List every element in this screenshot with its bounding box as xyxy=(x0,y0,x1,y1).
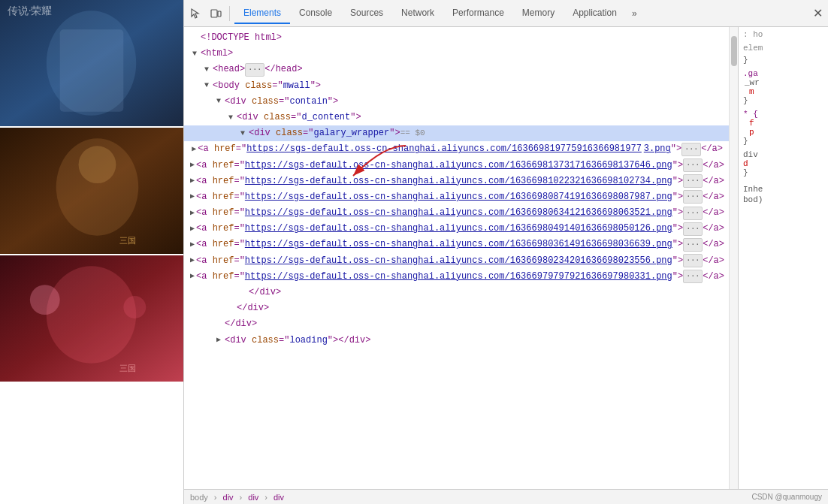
preview-image-2: 三国 xyxy=(0,128,183,255)
styles-filter: : ho xyxy=(743,30,823,39)
dom-line-a1: <a href="https://sgs-default.oss-cn-shan… xyxy=(184,141,729,157)
svg-rect-14 xyxy=(218,11,221,17)
triangle-a2[interactable] xyxy=(190,161,195,170)
preview-image-3: 三国 xyxy=(0,255,183,383)
a1-quote: "> xyxy=(671,142,681,156)
triangle-html[interactable] xyxy=(190,50,199,59)
a2-quote: "> xyxy=(672,158,683,173)
a3-close: </a> xyxy=(703,174,724,189)
elements-panel[interactable]: <!DOCTYPE html> <html> <head> ··· </head… xyxy=(184,27,729,489)
svg-point-9 xyxy=(47,266,137,363)
a8-ellipsis[interactable]: ··· xyxy=(683,254,703,267)
svg-text:三国: 三国 xyxy=(119,236,136,245)
triangle-dcontent[interactable] xyxy=(226,113,235,122)
a1-ellipsis[interactable]: ··· xyxy=(681,143,701,156)
contain-close-tag: </div> xyxy=(225,317,257,331)
a5-quote: "> xyxy=(672,206,683,220)
styles-section-galary: .ga _wr m } xyxy=(743,69,823,105)
dom-line-doctype: <!DOCTYPE html> xyxy=(184,30,729,46)
a6-href-cont: 26.png xyxy=(640,222,672,236)
a1-close: </a> xyxy=(701,142,723,156)
triangle-head[interactable] xyxy=(202,65,211,74)
device-icon[interactable] xyxy=(207,5,225,23)
tab-network[interactable]: Network xyxy=(392,3,443,24)
a8-tag: <a href="https://sgs-default.oss-cn-shan… xyxy=(196,254,640,268)
scroll-thumb[interactable] xyxy=(731,36,737,66)
a9-quote: "> xyxy=(672,270,683,284)
a5-close: </a> xyxy=(703,206,724,220)
a5-href-cont: 21.png xyxy=(640,206,672,220)
game-art-1: 传说·荣耀 xyxy=(0,0,183,126)
dom-line-galary[interactable]: <div class="galary_wrapper"> == $0 xyxy=(184,125,729,141)
game-art-3: 三国 xyxy=(0,255,183,382)
dom-line-html: <html> xyxy=(184,46,729,62)
tab-sources[interactable]: Sources xyxy=(341,3,392,24)
game-art-2: 三国 xyxy=(0,128,183,254)
triangle-loading[interactable] xyxy=(214,336,223,345)
cursor-icon[interactable] xyxy=(187,5,205,23)
a9-close: </a> xyxy=(703,270,724,284)
tab-application[interactable]: Application xyxy=(564,3,626,24)
tab-console[interactable]: Console xyxy=(290,3,341,24)
triangle-a9[interactable] xyxy=(190,272,195,281)
breadcrumb-sep1: › xyxy=(214,493,217,502)
svg-rect-13 xyxy=(211,10,217,17)
triangle-a1[interactable] xyxy=(192,145,196,154)
tab-performance[interactable]: Performance xyxy=(443,3,513,24)
a7-tag: <a href="https://sgs-default.oss-cn-shan… xyxy=(196,237,640,252)
galary-close: } xyxy=(743,96,823,105)
head-tag: <head> xyxy=(213,62,245,77)
dom-line-dcontent: <div class="d_content"> xyxy=(184,110,729,125)
triangle-body[interactable] xyxy=(202,81,211,90)
a8-close: </a> xyxy=(703,254,724,268)
close-devtools-button[interactable]: ✕ xyxy=(810,6,825,21)
triangle-a4[interactable] xyxy=(190,192,195,201)
a6-tag: <a href="https://sgs-default.oss-cn-shan… xyxy=(196,222,640,236)
html-tag: <html> xyxy=(201,47,233,61)
more-tabs-button[interactable]: » xyxy=(626,4,643,23)
a9-ellipsis[interactable]: ··· xyxy=(683,270,703,283)
triangle-contain[interactable] xyxy=(214,97,223,106)
dom-line-contain: <div class="contain"> xyxy=(184,94,729,110)
triangle-galary[interactable] xyxy=(238,129,247,138)
dom-line-a3: <a href="https://sgs-default.oss-cn-shan… xyxy=(184,174,729,189)
devtools-content: <!DOCTYPE html> <html> <head> ··· </head… xyxy=(184,27,828,489)
head-ellipsis[interactable]: ··· xyxy=(245,63,264,77)
dom-line-loading: <div class="loading"></div> xyxy=(184,333,729,349)
star-prop-p: p xyxy=(743,128,823,137)
a7-close: </a> xyxy=(703,237,724,252)
tab-memory[interactable]: Memory xyxy=(513,3,564,24)
a4-ellipsis[interactable]: ··· xyxy=(683,190,703,204)
dcontent-close-tag: </div> xyxy=(237,301,269,315)
a6-ellipsis[interactable]: ··· xyxy=(683,222,703,236)
tab-elements[interactable]: Elements xyxy=(234,3,290,24)
dom-line-a8: <a href="https://sgs-default.oss-cn-shan… xyxy=(184,253,729,269)
head-close: </head> xyxy=(264,62,302,77)
csdn-watermark: CSDN @quanmougy xyxy=(751,493,822,501)
breadcrumb-div1: div xyxy=(223,493,234,502)
a1-tag: <a href="https://sgs-default.oss-cn-shan… xyxy=(198,142,642,156)
a9-href-cont: 31.png xyxy=(640,270,672,284)
triangle-a7[interactable] xyxy=(190,240,195,249)
a2-ellipsis[interactable]: ··· xyxy=(683,158,703,172)
galary-selector: .ga xyxy=(743,69,823,78)
triangle-a6[interactable] xyxy=(190,225,195,234)
a5-ellipsis[interactable]: ··· xyxy=(683,207,703,220)
triangle-a3[interactable] xyxy=(190,177,195,186)
elements-scrollbar[interactable] xyxy=(729,27,738,489)
a3-ellipsis[interactable]: ··· xyxy=(683,174,703,188)
a7-ellipsis[interactable]: ··· xyxy=(683,238,703,252)
dom-line-close-galary: </div> xyxy=(184,285,729,300)
a8-quote: "> xyxy=(672,254,683,268)
breadcrumb-div2: div xyxy=(248,493,258,502)
dom-line-a9: <a href="https://sgs-default.oss-cn-shan… xyxy=(184,269,729,285)
a2-href-cont: 46.png xyxy=(640,158,672,173)
dom-line-a7: <a href="https://sgs-default.oss-cn-shan… xyxy=(184,237,729,252)
styles-section-star: * { f p } xyxy=(743,110,823,146)
a3-tag: <a href="https://sgs-default.oss-cn-shan… xyxy=(196,174,640,189)
dom-line-head: <head> ··· </head> xyxy=(184,62,729,77)
triangle-a5[interactable] xyxy=(190,209,195,218)
a6-quote: "> xyxy=(672,222,683,236)
triangle-a8[interactable] xyxy=(190,256,195,265)
dom-line-a2: <a href="https://sgs-default.oss-cn-shan… xyxy=(184,158,729,174)
